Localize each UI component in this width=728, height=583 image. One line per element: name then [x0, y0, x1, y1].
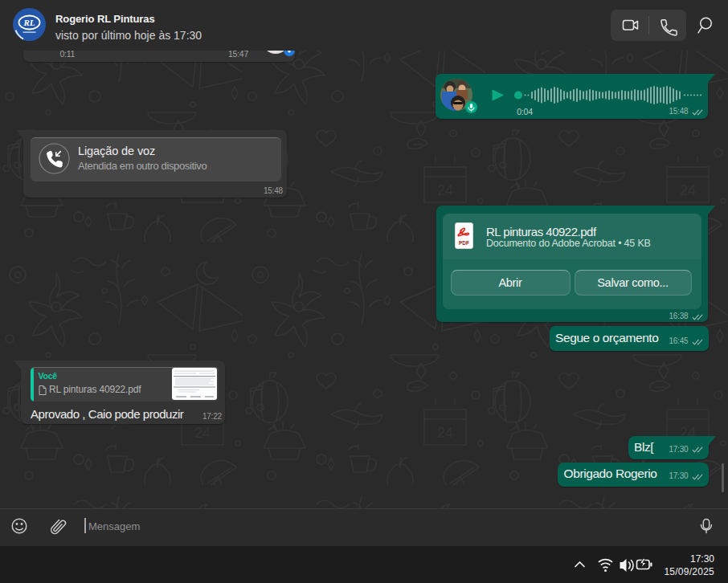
svg-text:PDF: PDF — [459, 240, 469, 246]
svg-text:RL: RL — [22, 18, 35, 27]
